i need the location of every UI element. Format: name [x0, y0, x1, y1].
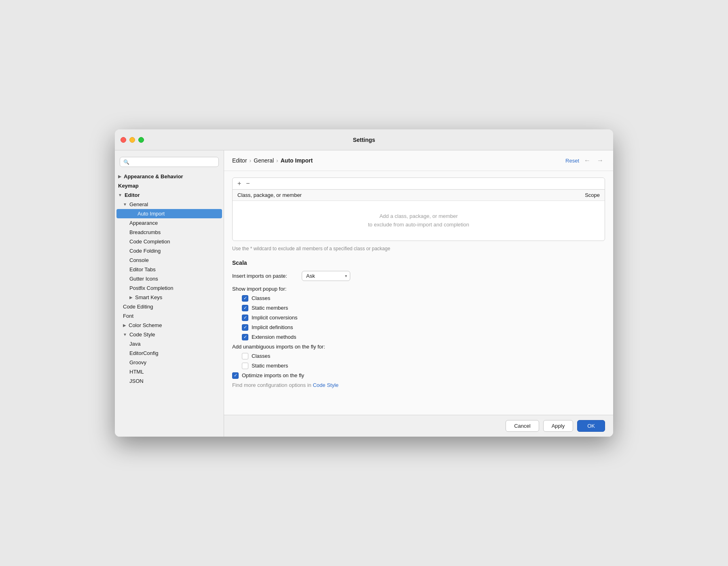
sidebar-item-color-scheme[interactable]: ▶ Color Scheme	[115, 321, 224, 330]
settings-window: Settings 🔍 ▶ Appearance & Behavior Keyma…	[115, 129, 613, 437]
static-members-label: Static members	[252, 305, 288, 311]
scala-section-title: Scala	[232, 258, 605, 266]
sidebar-item-html[interactable]: HTML	[115, 367, 224, 376]
unambiguous-static-row: Static members	[235, 363, 605, 369]
unambiguous-classes-checkbox[interactable]	[242, 353, 248, 359]
code-style-link[interactable]: Code Style	[313, 382, 339, 388]
sidebar-item-smart-keys[interactable]: ▶ Smart Keys	[115, 293, 224, 302]
search-input[interactable]	[132, 159, 215, 165]
optimize-imports-label: Optimize imports on the fly	[242, 372, 304, 378]
implicit-conversions-checkbox[interactable]: ✓	[242, 315, 248, 321]
sidebar-item-label: Editor	[125, 192, 140, 198]
unambiguous-static-checkbox[interactable]	[242, 363, 248, 369]
checkmark-icon: ✓	[243, 296, 247, 300]
chevron-icon: ▶	[129, 295, 133, 300]
sidebar-item-auto-import[interactable]: Auto Import	[116, 209, 222, 218]
breadcrumb-sep1: ›	[250, 157, 252, 164]
sidebar-item-general[interactable]: ▼ General	[115, 200, 224, 209]
add-unambiguous-label: Add unambiguous imports on the fly for:	[232, 344, 605, 350]
checkbox-implicit-conversions: ✓ Implicit conversions	[235, 315, 605, 321]
sidebar-item-json[interactable]: JSON	[115, 376, 224, 386]
exclude-toolbar: + −	[233, 178, 605, 190]
chevron-icon: ▶	[118, 174, 121, 179]
checkbox-static-members: ✓ Static members	[235, 305, 605, 311]
insert-imports-select[interactable]: Ask Always Never	[302, 271, 350, 281]
sidebar-item-editor[interactable]: ▼ Editor	[115, 190, 224, 200]
code-style-hint: Find more configuration options in Code …	[232, 382, 605, 388]
sidebar-item-label: Editor Tabs	[129, 266, 156, 272]
breadcrumb-sep2: ›	[276, 157, 278, 164]
show-popup-checkboxes: ✓ Classes ✓ Static members ✓	[232, 295, 605, 340]
dialog-footer: Cancel Apply OK	[224, 415, 613, 437]
sidebar-item-label: Appearance & Behavior	[124, 173, 183, 180]
chevron-icon: ▶	[123, 323, 126, 327]
sidebar-item-label: JSON	[129, 378, 144, 384]
col-scope-header: Scope	[559, 192, 600, 198]
checkmark-icon: ✓	[243, 335, 247, 339]
sidebar-item-console[interactable]: Console	[115, 256, 224, 265]
chevron-icon: ▼	[118, 193, 122, 197]
sidebar-item-label: Smart Keys	[135, 294, 162, 300]
implicit-definitions-checkbox[interactable]: ✓	[242, 324, 248, 331]
breadcrumb: Editor › General › Auto Import	[232, 157, 313, 164]
apply-button[interactable]: Apply	[543, 420, 574, 432]
main-panel: Editor › General › Auto Import Reset ← →	[224, 150, 613, 437]
sidebar-item-code-folding[interactable]: Code Folding	[115, 246, 224, 256]
insert-imports-row: Insert imports on paste: Ask Always Neve…	[232, 271, 605, 281]
sidebar-item-label: Groovy	[129, 359, 146, 365]
sidebar-item-editorconfig[interactable]: EditorConfig	[115, 348, 224, 358]
sidebar-item-postfix-completion[interactable]: Postfix Completion	[115, 283, 224, 293]
sidebar-item-java[interactable]: Java	[115, 339, 224, 348]
col-class-header: Class, package, or member	[237, 192, 559, 198]
code-style-prefix: Find more configuration options in	[232, 382, 313, 388]
sidebar-item-label: EditorConfig	[129, 350, 159, 356]
main-content-area: 🔍 ▶ Appearance & Behavior Keymap ▼ Edito…	[115, 150, 613, 437]
forward-button[interactable]: →	[595, 156, 605, 165]
sidebar-item-breadcrumbs[interactable]: Breadcrumbs	[115, 228, 224, 237]
reset-button[interactable]: Reset	[565, 158, 579, 164]
sidebar-item-label: Font	[123, 313, 133, 319]
sidebar-item-editor-tabs[interactable]: Editor Tabs	[115, 265, 224, 274]
sidebar-item-code-editing[interactable]: Code Editing	[115, 302, 224, 311]
extension-methods-label: Extension methods	[252, 334, 296, 340]
classes-label: Classes	[252, 295, 270, 301]
checkmark-icon: ✓	[243, 315, 247, 320]
implicit-conversions-label: Implicit conversions	[252, 315, 297, 321]
search-wrap: 🔍	[120, 157, 219, 167]
sidebar-item-gutter-icons[interactable]: Gutter Icons	[115, 274, 224, 283]
add-entry-button[interactable]: +	[237, 180, 242, 187]
remove-entry-button[interactable]: −	[245, 180, 250, 187]
chevron-icon: ▼	[123, 332, 127, 337]
sidebar-item-label: Console	[129, 257, 149, 263]
extension-methods-checkbox[interactable]: ✓	[242, 334, 248, 340]
wildcard-hint: Use the * wildcard to exclude all member…	[232, 246, 605, 251]
optimize-imports-checkbox[interactable]: ✓	[232, 372, 239, 379]
static-members-checkbox[interactable]: ✓	[242, 305, 248, 311]
maximize-button[interactable]	[138, 137, 144, 143]
sidebar-item-code-style[interactable]: ▼ Code Style	[115, 330, 224, 339]
sidebar-item-appearance-behavior[interactable]: ▶ Appearance & Behavior	[115, 172, 224, 181]
header-actions: Reset ← →	[565, 156, 605, 165]
unambiguous-classes-label: Classes	[252, 353, 270, 359]
unambiguous-checkboxes: Classes Static members	[232, 353, 605, 369]
cancel-button[interactable]: Cancel	[506, 420, 539, 432]
classes-checkbox[interactable]: ✓	[242, 295, 248, 302]
sidebar-item-code-completion[interactable]: Code Completion	[115, 237, 224, 246]
sidebar-item-label: Postfix Completion	[129, 285, 173, 291]
sidebar-item-label: HTML	[129, 369, 144, 375]
back-button[interactable]: ←	[582, 156, 592, 165]
sidebar-item-label: Code Folding	[129, 248, 161, 254]
breadcrumb-editor: Editor	[232, 157, 247, 164]
minimize-button[interactable]	[129, 137, 135, 143]
sidebar-item-label: Code Editing	[123, 304, 153, 310]
close-button[interactable]	[121, 137, 126, 143]
main-header: Editor › General › Auto Import Reset ← →	[224, 150, 613, 171]
breadcrumb-general: General	[254, 157, 274, 164]
sidebar-item-font[interactable]: Font	[115, 311, 224, 321]
optimize-imports-row: ✓ Optimize imports on the fly	[232, 372, 605, 379]
ok-button[interactable]: OK	[577, 420, 605, 432]
sidebar-item-keymap[interactable]: Keymap	[115, 181, 224, 190]
sidebar-item-appearance[interactable]: Appearance	[115, 218, 224, 228]
sidebar-item-groovy[interactable]: Groovy	[115, 358, 224, 367]
sidebar-item-label: Breadcrumbs	[129, 229, 161, 235]
